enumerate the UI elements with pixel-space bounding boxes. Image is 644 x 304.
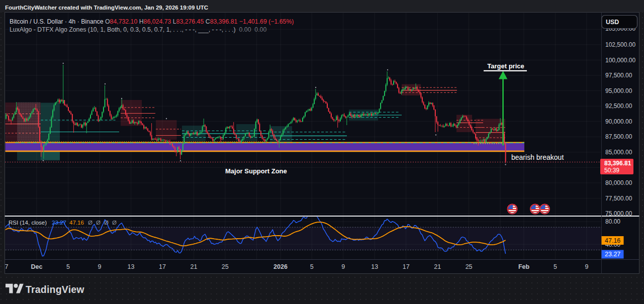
svg-text:50:39: 50:39	[604, 167, 619, 174]
svg-text:100,000.00: 100,000.00	[605, 57, 635, 64]
svg-text:17: 17	[159, 263, 166, 270]
svg-text:25: 25	[466, 263, 473, 270]
svg-text:83,396.81: 83,396.81	[604, 160, 631, 167]
svg-text:25: 25	[222, 263, 229, 270]
svg-text:RSI (14, close): RSI (14, close)	[9, 220, 47, 226]
svg-text:5: 5	[554, 263, 557, 270]
svg-text:97,500.00: 97,500.00	[605, 72, 632, 79]
svg-text:Ø: Ø	[96, 220, 101, 226]
svg-text:9: 9	[341, 263, 345, 270]
svg-text:23.27: 23.27	[52, 220, 66, 226]
svg-text:Target price: Target price	[487, 62, 524, 70]
svg-text:85,000.00: 85,000.00	[605, 149, 632, 156]
svg-text:17: 17	[403, 263, 410, 270]
svg-text:Dec: Dec	[31, 263, 43, 270]
svg-text:Ø: Ø	[104, 220, 109, 226]
svg-text:102,500.00: 102,500.00	[605, 41, 635, 48]
svg-text:80,000.00: 80,000.00	[605, 179, 632, 186]
svg-text:Ø: Ø	[88, 220, 93, 226]
svg-text:Ø: Ø	[112, 220, 117, 226]
svg-text:13: 13	[371, 263, 378, 270]
svg-text:5: 5	[66, 263, 70, 270]
svg-text:USD: USD	[606, 19, 619, 26]
svg-text:90,000.00: 90,000.00	[605, 118, 632, 125]
svg-text:21: 21	[190, 263, 197, 270]
svg-text:23.27: 23.27	[605, 251, 620, 258]
svg-text:FourthCityWatcher created with: FourthCityWatcher created with TradingVi…	[5, 5, 208, 11]
svg-text:92,500.00: 92,500.00	[605, 103, 632, 110]
svg-text:9: 9	[98, 263, 102, 270]
svg-text:80.00: 80.00	[605, 218, 620, 225]
svg-text:bearish breakout: bearish breakout	[511, 153, 564, 161]
svg-text:7: 7	[5, 263, 9, 270]
svg-text:Major Support Zone: Major Support Zone	[225, 167, 287, 175]
svg-text:21: 21	[434, 263, 441, 270]
svg-text:Bitcoin / U.S. Dollar · 4h · B: Bitcoin / U.S. Dollar · 4h · Binance O84…	[10, 18, 294, 25]
svg-text:TradingView: TradingView	[26, 284, 84, 295]
svg-text:Feb: Feb	[518, 263, 530, 270]
svg-text:LuxAlgo - DTFX Algo Zones (10,: LuxAlgo - DTFX Algo Zones (10, 1, Both, …	[10, 26, 266, 33]
svg-text:47.16: 47.16	[605, 237, 620, 244]
svg-text:5: 5	[310, 263, 314, 270]
svg-text:9: 9	[585, 263, 589, 270]
svg-text:95,000.00: 95,000.00	[605, 87, 632, 94]
svg-text:75,000.00: 75,000.00	[605, 210, 632, 217]
svg-text:2026: 2026	[273, 263, 288, 270]
svg-text:87,500.00: 87,500.00	[605, 133, 632, 140]
svg-text:13: 13	[127, 263, 134, 270]
svg-text:77,500.00: 77,500.00	[605, 195, 632, 202]
svg-text:47.16: 47.16	[69, 220, 84, 226]
